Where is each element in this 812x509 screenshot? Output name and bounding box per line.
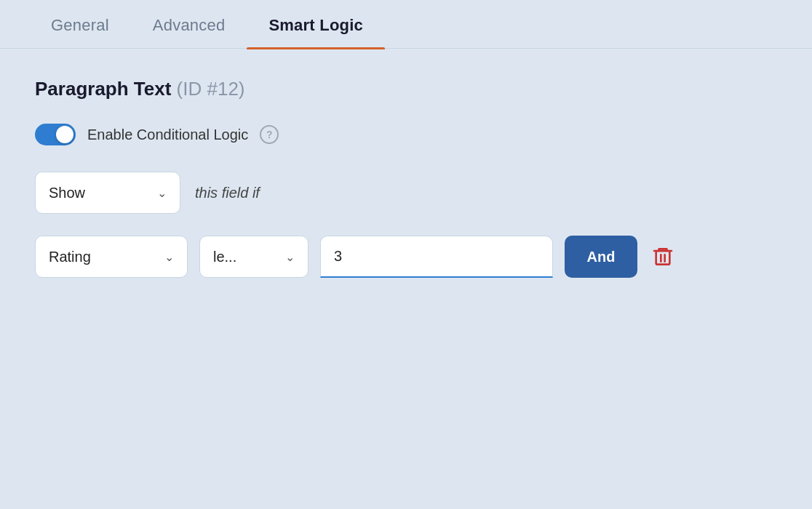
toggle-row: Enable Conditional Logic ? — [35, 124, 777, 145]
operator-dropdown-value: le... — [213, 249, 236, 265]
svg-rect-0 — [656, 251, 670, 265]
help-icon[interactable]: ? — [260, 125, 279, 144]
field-title: Paragraph Text (ID #12) — [35, 78, 777, 100]
tabs-bar: General Advanced Smart Logic — [0, 0, 812, 49]
field-dropdown[interactable]: Rating ⌄ — [35, 236, 188, 278]
field-id: (ID #12) — [177, 78, 245, 100]
delete-row-button[interactable] — [649, 243, 677, 270]
chevron-down-icon: ⌄ — [157, 186, 167, 200]
trash-icon — [651, 245, 674, 268]
tab-smart-logic[interactable]: Smart Logic — [247, 0, 385, 48]
conditional-logic-toggle[interactable] — [35, 124, 76, 145]
and-button[interactable]: And — [565, 236, 637, 278]
field-name: Paragraph Text — [35, 78, 171, 100]
value-input[interactable] — [320, 236, 553, 278]
show-dropdown-value: Show — [49, 185, 85, 201]
field-dropdown-value: Rating — [49, 249, 91, 265]
value-input-wrapper — [320, 236, 553, 278]
tab-general[interactable]: General — [29, 0, 131, 48]
panel: General Advanced Smart Logic Paragraph T… — [0, 0, 812, 509]
content-area: Paragraph Text (ID #12) Enable Condition… — [0, 49, 812, 509]
show-row: Show ⌄ this field if — [35, 172, 777, 214]
operator-dropdown[interactable]: le... ⌄ — [199, 236, 309, 278]
show-dropdown[interactable]: Show ⌄ — [35, 172, 180, 214]
toggle-thumb — [56, 126, 73, 143]
toggle-label: Enable Conditional Logic — [87, 127, 248, 143]
condition-row: Rating ⌄ le... ⌄ And — [35, 236, 777, 278]
chevron-down-icon: ⌄ — [164, 250, 174, 264]
tab-advanced[interactable]: Advanced — [131, 0, 247, 48]
chevron-down-icon: ⌄ — [285, 250, 295, 264]
this-field-text: this field if — [195, 185, 260, 201]
